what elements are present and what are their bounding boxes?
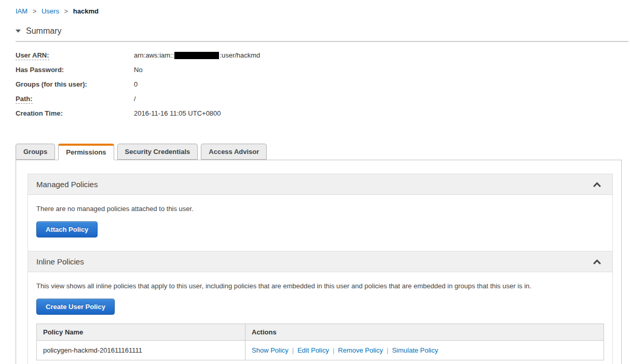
create-user-policy-button[interactable]: Create User Policy: [36, 299, 115, 315]
summary-title: Summary: [26, 26, 61, 36]
remove-policy-link[interactable]: Remove Policy: [338, 346, 383, 354]
no-managed-policies-text: There are no managed policies attached t…: [36, 205, 604, 213]
tab-security-credentials[interactable]: Security Credentials: [117, 144, 198, 160]
tab-strip: Groups Permissions Security Credentials …: [16, 144, 628, 160]
managed-policies-title: Managed Policies: [36, 180, 98, 189]
tab-access-advisor[interactable]: Access Advisor: [201, 144, 267, 160]
attach-policy-button[interactable]: Attach Policy: [36, 221, 98, 237]
breadcrumb-separator: >: [64, 7, 69, 15]
inline-policies-header[interactable]: Inline Policies: [28, 251, 612, 272]
field-row-has-password: Has Password: No: [16, 65, 628, 75]
edit-policy-link[interactable]: Edit Policy: [297, 346, 329, 354]
breadcrumb-separator: >: [33, 7, 37, 15]
permissions-tab-content: Managed Policies There are no managed po…: [16, 160, 622, 364]
inline-policies-body: This view shows all inline policies that…: [28, 272, 612, 364]
column-header-policy-name: Policy Name: [37, 324, 245, 341]
creation-time-value: 2016-11-16 11:05 UTC+0800: [134, 109, 221, 118]
user-arn-value: arn:aws:iam:::user/hackmd: [134, 51, 260, 60]
redacted-account-id: [174, 52, 219, 59]
breadcrumb-link-users[interactable]: Users: [42, 7, 59, 15]
summary-divider: [16, 41, 628, 42]
chevron-up-icon[interactable]: [593, 259, 601, 264]
managed-policies-panel: Managed Policies There are no managed po…: [28, 174, 613, 251]
inline-policies-table: Policy Name Actions policygen-hackmd-201…: [36, 324, 604, 360]
policy-name-cell: policygen-hackmd-201611161111: [37, 341, 245, 360]
breadcrumb-link-iam[interactable]: IAM: [16, 7, 28, 15]
summary-fields: User ARN: arn:aws:iam:::user/hackmd Has …: [16, 51, 628, 118]
inline-policies-panel: Inline Policies This view shows all inli…: [28, 251, 613, 364]
action-separator: |: [292, 346, 294, 354]
breadcrumb-current-user: hackmd: [73, 7, 99, 15]
table-row: policygen-hackmd-201611161111 Show Polic…: [37, 341, 604, 360]
tab-groups[interactable]: Groups: [16, 144, 55, 160]
has-password-label: Has Password:: [16, 65, 134, 75]
show-policy-link[interactable]: Show Policy: [252, 346, 289, 354]
action-separator: |: [387, 346, 388, 354]
managed-policies-header[interactable]: Managed Policies: [28, 174, 612, 195]
collapse-caret-icon[interactable]: [16, 30, 21, 33]
field-row-path: Path: /: [16, 94, 628, 104]
managed-policies-body: There are no managed policies attached t…: [28, 195, 612, 251]
inline-policies-description: This view shows all inline policies that…: [36, 282, 604, 290]
field-row-groups: Groups (for this user): 0: [16, 80, 628, 89]
creation-time-label: Creation Time:: [16, 109, 134, 118]
field-row-creation-time: Creation Time: 2016-11-16 11:05 UTC+0800: [16, 109, 628, 118]
iam-user-detail-page: IAM > Users > hackmd Summary User ARN: a…: [0, 0, 630, 364]
field-row-user-arn: User ARN: arn:aws:iam:::user/hackmd: [16, 51, 628, 60]
table-header-row: Policy Name Actions: [37, 324, 604, 341]
tab-permissions[interactable]: Permissions: [58, 144, 114, 160]
column-header-actions: Actions: [245, 324, 604, 341]
path-label: Path:: [16, 94, 134, 104]
has-password-value: No: [134, 65, 143, 75]
chevron-up-icon[interactable]: [593, 182, 601, 187]
groups-label: Groups (for this user):: [16, 80, 134, 89]
groups-value: 0: [134, 80, 138, 89]
inline-policies-title: Inline Policies: [36, 257, 84, 266]
action-separator: |: [333, 346, 334, 354]
simulate-policy-link[interactable]: Simulate Policy: [392, 346, 438, 354]
path-value: /: [134, 94, 136, 104]
summary-section-header: Summary: [16, 26, 628, 36]
policy-actions-cell: Show Policy|Edit Policy|Remove Policy|Si…: [245, 341, 604, 360]
breadcrumb: IAM > Users > hackmd: [16, 7, 628, 16]
user-arn-label: User ARN:: [16, 51, 134, 60]
